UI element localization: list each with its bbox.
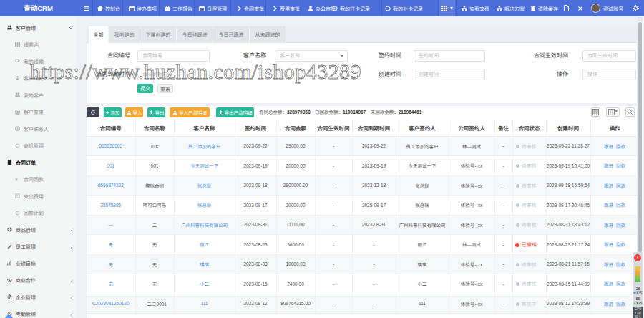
svg-text:¥: ¥	[15, 177, 18, 182]
svg-text:¥: ¥	[16, 193, 19, 198]
